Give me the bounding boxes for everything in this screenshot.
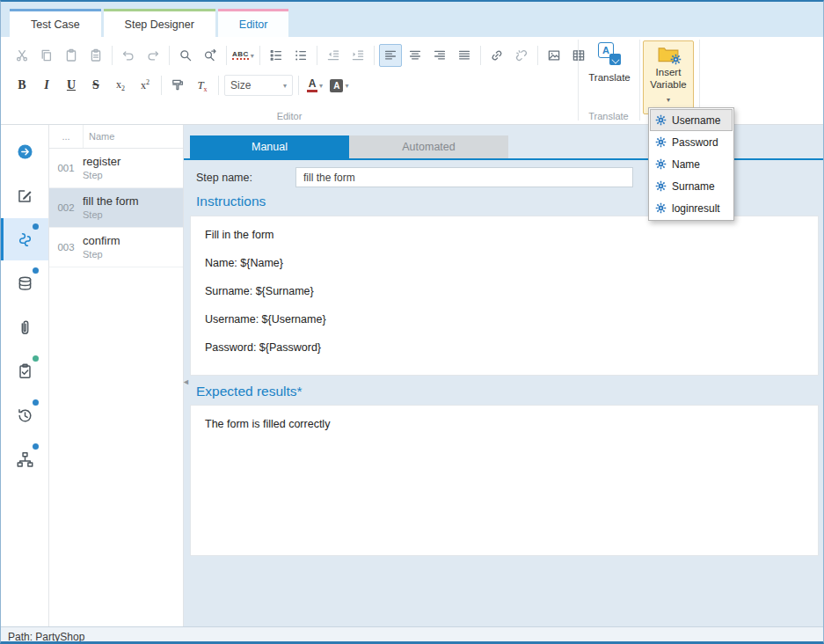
redo-icon[interactable] [142, 44, 164, 67]
go-icon [17, 143, 33, 160]
step-type: Step [83, 209, 139, 220]
menu-item-label: Password [672, 136, 718, 149]
sidebar-item-hierarchy[interactable] [1, 438, 48, 480]
ribbon-row-2: B I U S x2 x2 Tx Size A A [10, 74, 352, 97]
underline-button[interactable]: U [60, 74, 83, 97]
chevron-down-icon [667, 92, 670, 105]
sidebar-item-attachments[interactable] [1, 306, 48, 348]
insert-variable-button[interactable]: Insert Variable [643, 40, 694, 114]
menu-item-username[interactable]: Username [650, 109, 733, 131]
notification-dot [33, 223, 39, 230]
menu-item-name[interactable]: Name [650, 153, 733, 175]
undo-icon[interactable] [117, 44, 140, 67]
menu-item-surname[interactable]: Surname [650, 175, 733, 197]
sidebar-item-data[interactable] [1, 262, 48, 304]
spellcheck-icon: ABC [232, 51, 249, 61]
tab-editor[interactable]: Editor [218, 9, 289, 37]
column-header-name: Name [83, 125, 183, 148]
step-number: 002 [49, 202, 83, 213]
menu-item-loginresult[interactable]: loginresult [650, 197, 733, 219]
step-name: confirm [83, 235, 120, 247]
italic-button[interactable]: I [35, 74, 58, 97]
instruction-line: Password: ${Password} [205, 341, 804, 355]
subscript-icon: x2 [116, 78, 125, 92]
bullet-list-icon[interactable] [289, 44, 312, 67]
cut-icon[interactable] [11, 44, 33, 67]
find-replace-icon[interactable] [199, 44, 222, 67]
align-right-icon[interactable] [428, 44, 451, 67]
translate-icon: A [598, 42, 621, 65]
strikethrough-icon: S [92, 78, 99, 92]
align-justify-icon[interactable] [453, 44, 476, 67]
step-name: register [83, 156, 120, 168]
decrease-indent-icon[interactable] [322, 44, 345, 67]
notification-dot [33, 355, 39, 362]
link-icon[interactable] [485, 44, 508, 67]
ribbon-group-divider [578, 40, 579, 121]
spellcheck-button[interactable]: ABC [231, 44, 255, 67]
instruction-line: Fill in the form [205, 229, 804, 242]
translate-button[interactable]: A Translate [581, 42, 638, 83]
paste-icon[interactable] [60, 44, 83, 67]
unlink-icon[interactable] [510, 44, 533, 67]
sidebar-item-go[interactable] [1, 130, 48, 172]
ribbon-group-divider [639, 40, 640, 121]
notification-dot [33, 267, 39, 274]
menu-item-password[interactable]: Password [650, 131, 733, 153]
image-icon[interactable] [543, 44, 565, 67]
step-row[interactable]: 001 registerStep [49, 149, 183, 188]
expected-line: The form is filled correctly [205, 418, 804, 431]
sidebar-item-edit[interactable] [1, 174, 48, 216]
tab-step-designer-label: Step Designer [125, 18, 194, 31]
tab-manual[interactable]: Manual [190, 135, 349, 158]
toolbar-separator [161, 76, 162, 95]
format-painter-icon[interactable] [166, 74, 189, 97]
text-color-button[interactable]: A [303, 74, 326, 97]
sidebar-item-steps[interactable] [1, 218, 48, 260]
variable-dropdown-menu: Username Password Name Surname loginresu… [648, 107, 734, 221]
menu-item-label: Surname [672, 180, 715, 193]
fill-color-button[interactable]: A [328, 74, 351, 97]
gear-icon [655, 114, 667, 126]
paste-text-icon[interactable] [84, 44, 107, 67]
subscript-button[interactable]: x2 [109, 74, 132, 97]
mode-tabs: Manual Automated [190, 135, 508, 158]
text-color-icon: A [307, 78, 317, 92]
clear-format-button[interactable]: Tx [191, 74, 214, 97]
numbered-list-icon[interactable] [265, 44, 288, 67]
step-name: fill the form [83, 195, 139, 208]
clipboard-check-icon [17, 363, 33, 380]
menu-item-label: Username [672, 114, 720, 127]
strikethrough-button[interactable]: S [84, 74, 107, 97]
collapse-panel-handle[interactable] [182, 375, 191, 389]
steps-list-header: ... Name [49, 125, 183, 149]
toolbar-separator [480, 46, 481, 65]
translate-button-label: Translate [588, 72, 631, 83]
instructions-editor[interactable]: Fill in the form Name: ${Name} Surname: … [190, 216, 819, 376]
search-icon[interactable] [174, 44, 197, 67]
align-center-icon[interactable] [404, 44, 427, 67]
align-left-icon[interactable] [379, 44, 402, 67]
clear-format-icon: Tx [197, 78, 207, 93]
step-row[interactable]: 003 confirmStep [49, 228, 183, 267]
copy-icon[interactable] [35, 44, 58, 67]
sidebar-item-checklist[interactable] [1, 350, 48, 392]
tab-test-case[interactable]: Test Case [10, 9, 101, 37]
expected-results-editor[interactable]: The form is filled correctly [190, 405, 819, 556]
step-number: 003 [49, 242, 83, 252]
bold-button[interactable]: B [11, 74, 33, 97]
toolbar-separator [537, 46, 538, 65]
step-row-selected[interactable]: 002 fill the formStep [49, 188, 183, 228]
tab-test-case-label: Test Case [31, 18, 80, 31]
gear-icon [655, 202, 667, 214]
toolbar-separator [298, 76, 299, 95]
tab-step-designer[interactable]: Step Designer [104, 9, 215, 37]
instruction-line: Username: ${Username} [205, 313, 804, 326]
superscript-button[interactable]: x2 [134, 74, 157, 97]
tab-automated[interactable]: Automated [349, 135, 508, 158]
font-size-dropdown[interactable]: Size [224, 75, 293, 96]
sidebar-item-history[interactable] [1, 394, 48, 436]
increase-indent-icon[interactable] [346, 44, 369, 67]
step-name-input[interactable] [295, 167, 633, 187]
menu-item-label: loginresult [672, 202, 720, 215]
